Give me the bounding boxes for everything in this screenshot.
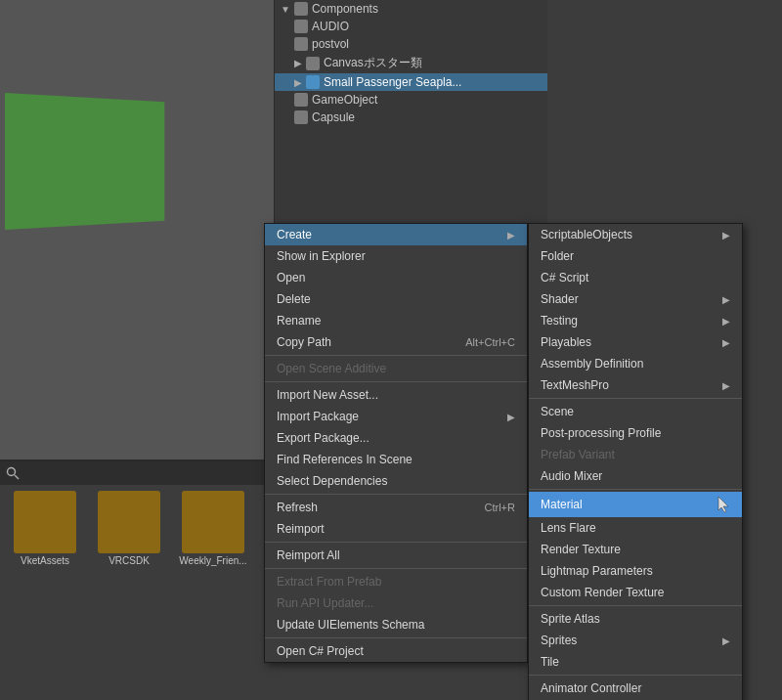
menu-item-shader[interactable]: Shader ▶ xyxy=(529,288,742,310)
hierarchy-item-selected[interactable]: ▶ Small Passenger Seapla... xyxy=(275,73,547,91)
menu-separator xyxy=(529,605,742,606)
menu-item-select-dependencies[interactable]: Select Dependencies xyxy=(265,470,527,492)
menu-item-label: Scene xyxy=(541,405,574,418)
menu-item-delete[interactable]: Delete xyxy=(265,288,527,310)
folder-icon xyxy=(294,2,308,16)
menu-item-label: Prefab Variant xyxy=(541,448,615,461)
menu-item-copy-path[interactable]: Copy Path Alt+Ctrl+C xyxy=(265,331,527,353)
menu-item-scene[interactable]: Scene xyxy=(529,401,742,422)
menu-item-label: Show in Explorer xyxy=(277,249,366,263)
asset-item[interactable]: VRCSDK xyxy=(90,491,168,566)
submenu-arrow-icon: ▶ xyxy=(722,294,730,305)
search-icon xyxy=(6,466,20,480)
menu-item-label: Run API Updater... xyxy=(277,596,373,610)
menu-separator xyxy=(529,398,742,399)
submenu-arrow-icon: ▶ xyxy=(507,230,515,241)
menu-item-scriptable[interactable]: ScriptableObjects ▶ xyxy=(529,224,742,245)
asset-item[interactable]: Weekly_Frien... xyxy=(174,491,252,566)
menu-item-open[interactable]: Open xyxy=(265,267,527,288)
menu-item-rename[interactable]: Rename xyxy=(265,310,527,331)
menu-item-custom-render-texture[interactable]: Custom Render Texture xyxy=(529,582,742,603)
menu-item-prefab-variant: Prefab Variant xyxy=(529,444,742,465)
menu-item-render-texture[interactable]: Render Texture xyxy=(529,539,742,560)
menu-item-label: Post-processing Profile xyxy=(541,426,661,440)
menu-item-export-package[interactable]: Export Package... xyxy=(265,427,527,449)
menu-item-label: Material xyxy=(541,498,583,511)
gameobject-icon xyxy=(294,110,308,124)
arrow-icon: ▶ xyxy=(294,58,302,68)
menu-item-label: Refresh xyxy=(277,501,318,514)
menu-item-label: Update UIElements Schema xyxy=(277,618,424,632)
submenu-arrow-icon: ▶ xyxy=(722,316,730,327)
menu-item-label: ScriptableObjects xyxy=(541,228,632,241)
menu-item-lightmap-params[interactable]: Lightmap Parameters xyxy=(529,560,742,582)
hierarchy-item[interactable]: ▼ Components xyxy=(275,0,547,18)
menu-item-refresh[interactable]: Refresh Ctrl+R xyxy=(265,497,527,518)
menu-item-find-references[interactable]: Find References In Scene xyxy=(265,449,527,470)
hierarchy-item[interactable]: ▶ Canvasポスター類 xyxy=(275,53,547,73)
menu-item-create[interactable]: Create ▶ xyxy=(265,224,527,245)
menu-separator xyxy=(265,494,527,495)
menu-item-playables[interactable]: Playables ▶ xyxy=(529,331,742,353)
menu-item-label: Folder xyxy=(541,249,574,263)
menu-item-update-ui-schema[interactable]: Update UIElements Schema xyxy=(265,614,527,635)
asset-item[interactable]: VketAssets xyxy=(6,491,84,566)
submenu-arrow-icon: ▶ xyxy=(722,380,730,391)
menu-item-sprites[interactable]: Sprites ▶ xyxy=(529,630,742,651)
menu-item-reimport-all[interactable]: Reimport All xyxy=(265,545,527,566)
menu-item-reimport[interactable]: Reimport xyxy=(265,518,527,540)
menu-item-assembly-def[interactable]: Assembly Definition xyxy=(529,353,742,374)
menu-item-label: Render Texture xyxy=(541,543,621,556)
menu-item-folder[interactable]: Folder xyxy=(529,245,742,267)
menu-item-animator-controller[interactable]: Animator Controller xyxy=(529,678,742,699)
menu-item-post-processing[interactable]: Post-processing Profile xyxy=(529,422,742,444)
hierarchy-item-label: GameObject xyxy=(312,93,377,107)
prefab-icon xyxy=(306,75,320,89)
menu-item-run-api-updater: Run API Updater... xyxy=(265,592,527,614)
menu-item-lens-flare[interactable]: Lens Flare xyxy=(529,517,742,539)
svg-marker-7 xyxy=(718,497,728,512)
hierarchy-item-label: Small Passenger Seapla... xyxy=(324,75,461,89)
menu-item-tile[interactable]: Tile xyxy=(529,651,742,673)
menu-item-label: Testing xyxy=(541,314,578,328)
menu-item-label: Lightmap Parameters xyxy=(541,564,653,578)
shortcut-label: Ctrl+R xyxy=(485,502,515,513)
hierarchy-item[interactable]: AUDIO xyxy=(275,18,547,35)
hierarchy-item-label: Components xyxy=(312,2,378,16)
menu-item-textmeshpro[interactable]: TextMeshPro ▶ xyxy=(529,374,742,396)
hierarchy-item[interactable]: GameObject xyxy=(275,91,547,109)
menu-item-csharp-script[interactable]: C# Script xyxy=(529,267,742,288)
menu-item-label: Reimport xyxy=(277,522,325,536)
menu-item-testing[interactable]: Testing ▶ xyxy=(529,310,742,331)
menu-item-label: Import New Asset... xyxy=(277,388,378,402)
menu-item-label: Import Package xyxy=(277,410,359,423)
hierarchy-item[interactable]: postvol xyxy=(275,35,547,53)
scene-object xyxy=(5,93,164,230)
menu-item-audio-mixer[interactable]: Audio Mixer xyxy=(529,465,742,487)
asset-icon-folder xyxy=(98,491,160,553)
menu-item-label: TextMeshPro xyxy=(541,378,609,392)
menu-item-import-package[interactable]: Import Package ▶ xyxy=(265,406,527,427)
menu-item-label: Copy Path xyxy=(277,335,331,349)
menu-item-label: Reimport All xyxy=(277,548,340,562)
svg-line-1 xyxy=(15,475,19,479)
menu-item-label: Playables xyxy=(541,335,591,349)
menu-separator xyxy=(265,355,527,356)
hierarchy-item-label: postvol xyxy=(312,37,349,51)
asset-label: VketAssets xyxy=(6,555,84,566)
menu-item-material[interactable]: Material xyxy=(529,492,742,517)
menu-item-label: Open xyxy=(277,271,305,284)
menu-item-import-new-asset[interactable]: Import New Asset... xyxy=(265,384,527,406)
asset-label: VRCSDK xyxy=(90,555,168,566)
hierarchy-item[interactable]: Capsule xyxy=(275,109,547,126)
hierarchy-item-label: Canvasポスター類 xyxy=(324,55,422,71)
menu-item-sprite-atlas[interactable]: Sprite Atlas xyxy=(529,608,742,630)
cursor-icon xyxy=(717,496,730,513)
menu-item-show-explorer[interactable]: Show in Explorer xyxy=(265,245,527,267)
asset-label: Weekly_Frien... xyxy=(174,555,252,566)
menu-item-open-csharp[interactable]: Open C# Project xyxy=(265,640,527,662)
menu-item-label: Extract From Prefab xyxy=(277,575,381,589)
context-menu-left: Create ▶ Show in Explorer Open Delete Re… xyxy=(264,223,528,663)
menu-item-label: Create xyxy=(277,228,312,241)
asset-icon-folder xyxy=(14,491,76,553)
